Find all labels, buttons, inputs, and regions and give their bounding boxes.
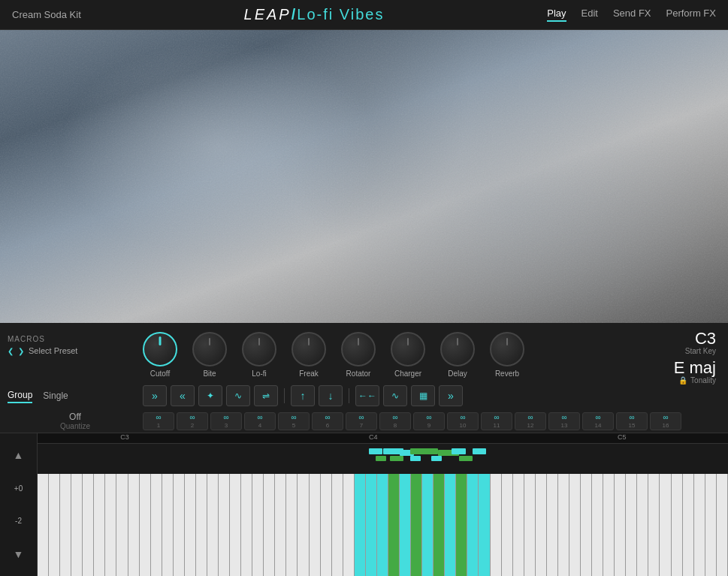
piano-key-white[interactable] (637, 474, 648, 576)
piano-key-white-active2[interactable] (388, 474, 400, 576)
knob-charger[interactable] (391, 332, 425, 366)
piano-key-white[interactable] (49, 474, 60, 576)
piano-key-white-active2[interactable] (456, 474, 467, 576)
piano-key-white[interactable] (162, 474, 174, 576)
piano-key-white[interactable] (615, 474, 626, 576)
piano-key-white[interactable] (558, 474, 569, 576)
transport-rewind[interactable]: « (171, 385, 195, 406)
transport-swap[interactable]: ⇌ (254, 385, 278, 406)
piano-key-white[interactable] (332, 474, 343, 576)
piano-key-white[interactable] (207, 474, 219, 576)
knob-delay[interactable] (440, 332, 475, 366)
piano-key-white[interactable] (252, 474, 264, 576)
transport-wave2[interactable]: ∿ (383, 385, 407, 406)
piano-key-white[interactable] (196, 474, 207, 576)
piano-key-white[interactable] (717, 474, 728, 576)
piano-key-white[interactable] (513, 474, 524, 576)
piano-key-white[interactable] (694, 474, 705, 576)
piano-key-white[interactable] (536, 474, 547, 576)
knob-rotator[interactable] (341, 332, 376, 366)
piano-key-white-active[interactable] (355, 474, 366, 576)
piano-key-white[interactable] (105, 474, 116, 576)
loop-slot-5[interactable]: ∞5 (278, 412, 310, 430)
knob-freak[interactable] (292, 332, 326, 366)
piano-key-white[interactable] (491, 474, 502, 576)
knob-reverb[interactable] (490, 332, 524, 366)
piano-key-white[interactable] (683, 474, 694, 576)
piano-key-white[interactable] (151, 474, 162, 576)
nav-play[interactable]: Play (547, 8, 566, 22)
piano-key-white[interactable] (672, 474, 683, 576)
piano-key-white[interactable] (660, 474, 671, 576)
piano-key-white-active[interactable] (467, 474, 479, 576)
tab-single[interactable]: Single (43, 389, 68, 403)
piano-key-white[interactable] (71, 474, 83, 576)
loop-slot-13[interactable]: ∞13 (548, 412, 580, 430)
piano-key-white[interactable] (275, 474, 286, 576)
tab-group[interactable]: Group (8, 388, 32, 403)
preset-select[interactable]: ❮ ❯ Select Preset (8, 346, 143, 355)
loop-slot-6[interactable]: ∞6 (312, 412, 343, 430)
loop-slot-4[interactable]: ∞4 (244, 412, 276, 430)
loop-slot-12[interactable]: ∞12 (515, 412, 546, 430)
piano-key-white[interactable] (581, 474, 592, 576)
preset-next-icon[interactable]: ❯ (18, 347, 24, 355)
nav-perform-fx[interactable]: Perform FX (666, 8, 716, 22)
piano-key-white[interactable] (626, 474, 637, 576)
piano-key-white[interactable] (60, 474, 71, 576)
transport-wave[interactable]: ∿ (226, 385, 250, 406)
loop-slot-10[interactable]: ∞10 (447, 412, 479, 430)
piano-key-white[interactable] (547, 474, 558, 576)
piano-key-white[interactable] (140, 474, 151, 576)
transport-grid[interactable]: ▦ (411, 385, 435, 406)
transport-down[interactable]: ↓ (319, 385, 343, 406)
piano-up-button[interactable]: ▲ (14, 450, 24, 460)
loop-slot-11[interactable]: ∞11 (481, 412, 512, 430)
knob-bite[interactable] (192, 332, 227, 366)
loop-slot-16[interactable]: ∞16 (650, 412, 681, 430)
piano-key-white[interactable] (264, 474, 275, 576)
piano-key-white-active[interactable] (366, 474, 377, 576)
piano-key-white[interactable] (343, 474, 355, 576)
loop-slot-7[interactable]: ∞7 (346, 412, 377, 430)
piano-key-white[interactable] (603, 474, 615, 576)
piano-key-white[interactable] (705, 474, 717, 576)
piano-key-white-active[interactable] (445, 474, 456, 576)
piano-key-white[interactable] (648, 474, 660, 576)
piano-key-white[interactable] (592, 474, 603, 576)
piano-key-white[interactable] (286, 474, 298, 576)
loop-slot-9[interactable]: ∞9 (413, 412, 445, 430)
transport-forward[interactable]: » (439, 385, 463, 406)
piano-key-white[interactable] (569, 474, 581, 576)
loop-slot-2[interactable]: ∞2 (177, 412, 208, 430)
transport-pattern[interactable]: ✦ (198, 385, 222, 406)
piano-key-white[interactable] (83, 474, 94, 576)
piano-key-white[interactable] (128, 474, 140, 576)
transport-fast-forward[interactable]: » (143, 385, 167, 406)
piano-key-white[interactable] (116, 474, 128, 576)
nav-send-fx[interactable]: Send FX (613, 8, 651, 22)
piano-key-white[interactable] (94, 474, 105, 576)
knob-cutoff[interactable] (143, 332, 177, 366)
loop-slot-3[interactable]: ∞3 (210, 412, 242, 430)
piano-key-white[interactable] (185, 474, 196, 576)
piano-key-white-active[interactable] (400, 474, 411, 576)
loop-slot-8[interactable]: ∞8 (379, 412, 411, 430)
loop-slot-1[interactable]: ∞1 (143, 412, 174, 430)
piano-key-white[interactable] (321, 474, 332, 576)
piano-down-button[interactable]: ▼ (14, 549, 24, 559)
piano-key-white[interactable] (524, 474, 536, 576)
piano-key-white[interactable] (219, 474, 230, 576)
piano-key-white-active[interactable] (377, 474, 388, 576)
nav-edit[interactable]: Edit (581, 8, 598, 22)
transport-up[interactable]: ↑ (291, 385, 315, 406)
piano-key-white[interactable] (38, 474, 49, 576)
knob-lofi[interactable] (242, 332, 276, 366)
piano-key-white[interactable] (502, 474, 513, 576)
piano-key-white-active2[interactable] (411, 474, 422, 576)
piano-key-white[interactable] (241, 474, 252, 576)
transport-left-arrow[interactable]: ←← (355, 385, 379, 406)
piano-key-white[interactable] (310, 474, 321, 576)
piano-key-white[interactable] (230, 474, 241, 576)
piano-key-white-active[interactable] (479, 474, 490, 576)
